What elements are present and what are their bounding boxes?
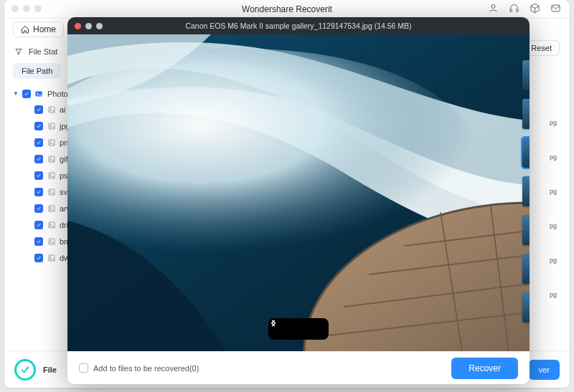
mail-icon[interactable] bbox=[550, 3, 561, 16]
nav-pill bbox=[268, 318, 329, 340]
home-button[interactable]: Home bbox=[13, 21, 64, 37]
traffic-lights-disabled bbox=[11, 5, 42, 12]
minimize-icon bbox=[85, 23, 92, 29]
svg-point-21 bbox=[50, 224, 51, 225]
recover-button[interactable]: Recover bbox=[451, 358, 518, 379]
preview-dialog: Canon EOS M6 Mark II sample gallery_1129… bbox=[67, 17, 530, 384]
image-file-icon bbox=[47, 121, 56, 130]
checkbox-checked[interactable] bbox=[34, 155, 43, 163]
preview-titlebar: Canon EOS M6 Mark II sample gallery_1129… bbox=[67, 17, 530, 34]
photo-folder-icon bbox=[34, 89, 44, 98]
thumbnail[interactable] bbox=[522, 215, 530, 245]
checkbox-checked[interactable] bbox=[34, 188, 43, 196]
checkbox-empty[interactable] bbox=[79, 363, 88, 373]
thumbnail[interactable] bbox=[522, 292, 530, 322]
tree-root-label: Photo bbox=[47, 90, 68, 98]
ext-tag: pg bbox=[550, 222, 557, 229]
preview-title: Canon EOS M6 Mark II sample gallery_1129… bbox=[185, 21, 411, 30]
thumbnail-ext-labels: pgpgpgpgpgpg bbox=[550, 119, 557, 298]
image-file-icon bbox=[47, 171, 56, 180]
image-file-icon bbox=[47, 138, 56, 147]
svg-rect-3 bbox=[552, 5, 560, 11]
ext-tag: pg bbox=[550, 188, 557, 195]
headset-icon[interactable] bbox=[509, 3, 519, 16]
svg-point-17 bbox=[50, 191, 51, 192]
header-icons bbox=[488, 3, 561, 16]
box-icon[interactable] bbox=[530, 3, 540, 16]
image-file-icon bbox=[47, 236, 56, 246]
preview-traffic-lights bbox=[75, 23, 103, 29]
home-label: Home bbox=[33, 24, 56, 34]
reset-label: Reset bbox=[531, 44, 552, 52]
svg-point-5 bbox=[37, 92, 39, 94]
checkbox-checked[interactable] bbox=[34, 221, 43, 229]
thumbnail[interactable] bbox=[522, 99, 530, 129]
image-file-icon bbox=[47, 204, 56, 213]
maximize-icon bbox=[96, 23, 103, 29]
checkbox-checked[interactable] bbox=[34, 105, 43, 114]
tree-item-label: gif bbox=[60, 155, 68, 163]
close-icon[interactable] bbox=[75, 23, 81, 29]
svg-rect-1 bbox=[510, 9, 512, 11]
add-to-recover-checkbox[interactable]: Add to files to be recovered(0) bbox=[79, 363, 199, 373]
svg-point-0 bbox=[491, 4, 495, 8]
caret-down-icon: ▼ bbox=[13, 90, 19, 97]
checkbox-checked[interactable] bbox=[34, 122, 43, 130]
svg-point-11 bbox=[50, 141, 51, 143]
tree-item-label: ai bbox=[60, 105, 66, 114]
scan-complete-icon bbox=[14, 359, 36, 381]
checkbox-checked[interactable] bbox=[34, 237, 43, 246]
add-label: Add to files to be recovered(0) bbox=[93, 364, 199, 373]
ext-tag: pg bbox=[550, 291, 557, 298]
image-file-icon bbox=[47, 105, 56, 114]
checkbox-checked[interactable] bbox=[34, 254, 43, 262]
checkbox-checked[interactable] bbox=[22, 90, 31, 98]
filter-label: File Stat bbox=[29, 47, 57, 56]
tree-item-label: ps bbox=[60, 171, 68, 180]
checkbox-checked[interactable] bbox=[34, 171, 43, 180]
preview-footer: Add to files to be recovered(0) Recover bbox=[67, 351, 530, 384]
thumbnail[interactable] bbox=[522, 138, 530, 168]
image-file-icon bbox=[47, 220, 56, 229]
svg-point-13 bbox=[50, 158, 51, 159]
ext-tag: pg bbox=[550, 257, 557, 264]
ext-tag: pg bbox=[550, 119, 557, 126]
svg-point-19 bbox=[50, 207, 51, 209]
image-file-icon bbox=[47, 187, 56, 196]
recover-button-peek[interactable]: ver bbox=[529, 360, 560, 380]
thumbnail[interactable] bbox=[522, 254, 530, 284]
svg-point-9 bbox=[50, 125, 51, 126]
ext-tag: pg bbox=[550, 153, 557, 161]
svg-point-7 bbox=[50, 108, 51, 110]
user-icon[interactable] bbox=[488, 3, 499, 16]
footer-label: File bbox=[43, 365, 57, 374]
app-title: Wondershare Recoverit bbox=[242, 4, 332, 14]
main-titlebar: Wondershare Recoverit bbox=[4, 0, 570, 19]
thumbnail-strip bbox=[522, 60, 530, 322]
thumbnail[interactable] bbox=[522, 176, 530, 206]
svg-point-23 bbox=[50, 240, 51, 242]
image-file-icon bbox=[47, 253, 56, 262]
thumbnail[interactable] bbox=[522, 60, 530, 90]
checkbox-checked[interactable] bbox=[34, 138, 43, 147]
svg-rect-2 bbox=[517, 9, 519, 11]
image-file-icon bbox=[47, 154, 56, 163]
checkbox-checked[interactable] bbox=[34, 204, 43, 213]
svg-point-25 bbox=[50, 257, 51, 258]
preview-image bbox=[67, 34, 530, 351]
tab-file-path[interactable]: File Path bbox=[13, 63, 61, 79]
svg-point-15 bbox=[50, 174, 51, 176]
